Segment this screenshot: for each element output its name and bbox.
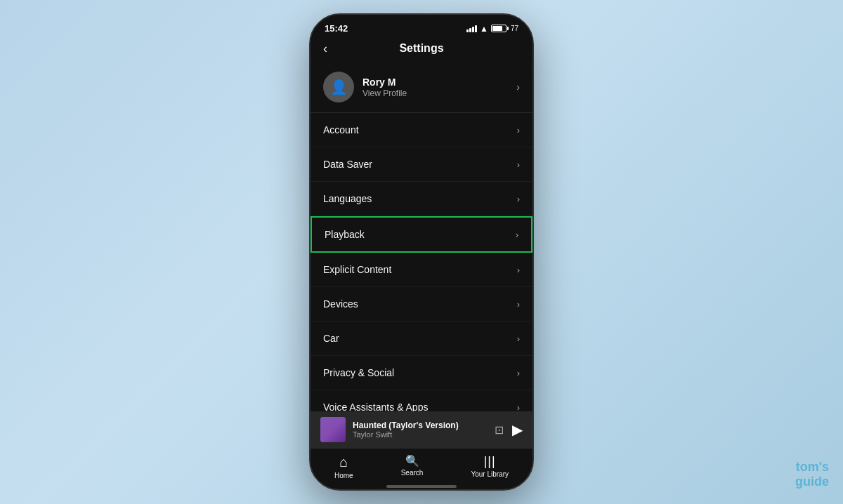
nav-item-library[interactable]: ||| Your Library: [471, 454, 509, 479]
chevron-icon: ›: [517, 194, 520, 204]
battery-fill: [492, 26, 502, 31]
nav-label-home: Home: [334, 472, 353, 479]
menu-label: Devices: [323, 298, 358, 310]
watermark-line2: guide: [795, 475, 829, 489]
chevron-icon: ›: [517, 299, 520, 310]
chevron-icon: ›: [517, 333, 520, 344]
library-icon: |||: [484, 454, 496, 469]
album-art: [320, 417, 346, 442]
bottom-nav: ⌂ Home 🔍 Search ||| Your Library: [311, 448, 532, 482]
profile-chevron-icon: ›: [516, 81, 520, 93]
nav-item-search[interactable]: 🔍 Search: [401, 454, 424, 479]
menu-item[interactable]: Privacy & Social ›: [311, 356, 532, 390]
signal-bar-1: [466, 29, 469, 32]
user-icon: 👤: [330, 79, 348, 95]
nav-label-search: Search: [401, 469, 424, 477]
battery-body: [491, 25, 507, 32]
page-title: Settings: [399, 42, 443, 55]
menu-label: Languages: [323, 193, 372, 204]
phone-frame: 15:42 ▲ 77 ‹ Settings: [309, 13, 534, 491]
menu-item[interactable]: Voice Assistants & Apps ›: [311, 390, 532, 411]
header: ‹ Settings: [311, 37, 532, 62]
nav-label-library: Your Library: [471, 470, 509, 478]
menu-label: Voice Assistants & Apps: [323, 402, 428, 411]
search-icon: 🔍: [405, 454, 419, 467]
menu-label: Car: [323, 333, 339, 344]
track-title: Haunted (Taylor's Version): [353, 420, 488, 430]
chevron-icon: ›: [517, 368, 520, 378]
menu-item[interactable]: Car ›: [311, 321, 532, 356]
menu-item[interactable]: Data Saver ›: [311, 147, 532, 182]
watermark: tom's guide: [795, 460, 829, 490]
menu-item[interactable]: Languages ›: [311, 182, 532, 216]
track-info: Haunted (Taylor's Version) Taylor Swift: [353, 420, 488, 439]
menu-label: Playback: [325, 229, 365, 240]
signal-bar-4: [475, 25, 477, 32]
now-playing-bar[interactable]: Haunted (Taylor's Version) Taylor Swift …: [311, 411, 532, 448]
menu-item[interactable]: Account ›: [311, 113, 532, 147]
chevron-icon: ›: [517, 159, 520, 170]
menu-item[interactable]: Explicit Content ›: [311, 253, 532, 287]
status-bar: 15:42 ▲ 77: [311, 15, 532, 37]
status-icons: ▲ 77: [466, 24, 518, 34]
profile-sub: View Profile: [362, 88, 516, 98]
watermark-line1: tom's: [796, 460, 829, 474]
settings-list[interactable]: 👤 Rory M View Profile › Account › Data S…: [311, 62, 532, 411]
menu-label: Explicit Content: [323, 264, 391, 275]
chevron-icon: ›: [517, 265, 520, 275]
wifi-icon: ▲: [480, 24, 488, 34]
avatar: 👤: [323, 72, 354, 102]
battery-tip: [507, 27, 509, 30]
nav-item-home[interactable]: ⌂ Home: [334, 454, 353, 479]
menu-item-playback[interactable]: Playback ›: [311, 216, 532, 253]
play-button[interactable]: ▶: [512, 421, 523, 438]
chevron-icon: ›: [517, 402, 520, 412]
menu-item[interactable]: Devices ›: [311, 287, 532, 321]
signal-bars-icon: [466, 25, 477, 32]
chevron-icon: ›: [516, 230, 518, 240]
menu-label: Account: [323, 124, 359, 135]
menu-label: Data Saver: [323, 159, 372, 170]
profile-row[interactable]: 👤 Rory M View Profile ›: [311, 62, 532, 113]
signal-bar-3: [472, 27, 474, 32]
now-playing-controls: ⊡ ▶: [495, 421, 523, 438]
track-artist: Taylor Swift: [353, 430, 488, 439]
home-icon: ⌂: [339, 454, 348, 470]
album-art-overlay: [320, 417, 346, 442]
chevron-icon: ›: [517, 125, 520, 135]
device-icon[interactable]: ⊡: [495, 423, 504, 437]
back-button[interactable]: ‹: [323, 41, 327, 56]
home-indicator: [386, 485, 457, 488]
status-time: 15:42: [325, 23, 348, 34]
profile-name: Rory M: [362, 77, 516, 88]
profile-info: Rory M View Profile: [362, 77, 516, 98]
signal-bar-2: [469, 28, 471, 32]
menu-label: Privacy & Social: [323, 367, 394, 378]
battery-icon: 77: [491, 25, 518, 32]
battery-percentage: 77: [511, 25, 518, 32]
